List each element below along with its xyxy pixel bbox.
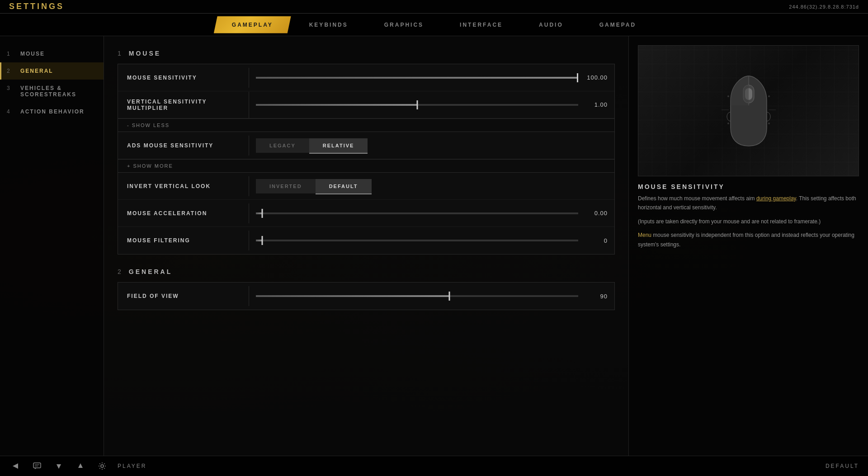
fov-row: Field of View 90 [118, 283, 614, 310]
slider-track [256, 77, 578, 79]
slider-handle [262, 236, 263, 245]
default-btn[interactable]: DEFAULT [316, 179, 372, 193]
slider-track [256, 295, 578, 297]
fov-label: Field of View [118, 286, 249, 306]
mouse-acceleration-value: 0.00 [583, 210, 608, 217]
bottom-bar: PLAYER DEFAULT [0, 456, 868, 476]
show-less-label: - Show Less [127, 123, 170, 128]
section-title-general: GENERAL [129, 268, 172, 275]
info-paragraph-1: Defines how much mouse movement affects … [638, 194, 859, 212]
sidebar-number-4: 4 [7, 108, 14, 115]
info-paragraph-3: Menu mouse sensitivity is independent fr… [638, 231, 859, 249]
nav-tabs: GAMEPLAY KEYBINDS GRAPHICS INTERFACE AUD… [0, 14, 868, 36]
vertical-sensitivity-value: 1.00 [583, 101, 608, 108]
sidebar-label-mouse: MOUSE [20, 51, 45, 57]
tab-graphics[interactable]: GRAPHICS [366, 16, 442, 33]
sidebar-label-action: ACTION BEHAVIOR [20, 108, 85, 115]
sidebar-number-2: 2 [7, 68, 14, 74]
ads-legacy-btn[interactable]: LEGACY [256, 138, 309, 153]
mouse-acceleration-control: 0.00 [249, 202, 614, 225]
general-settings-block: Field of View 90 [118, 282, 615, 310]
mouse-acceleration-slider[interactable] [256, 207, 578, 220]
tab-gameplay[interactable]: GAMEPLAY [214, 16, 291, 33]
ads-sensitivity-row: ADS Mouse Sensitivity LEGACY RELATIVE [118, 132, 614, 159]
vertical-sensitivity-row: Vertical Sensitivity Multiplier 1.00 [118, 91, 614, 118]
mouse-sensitivity-control: 100.00 [249, 66, 614, 89]
mouse-acceleration-row: Mouse Acceleration 0.00 [118, 200, 614, 227]
gear-icon[interactable] [96, 460, 108, 472]
mouse-sensitivity-slider[interactable] [256, 71, 578, 85]
mouse-filtering-slider[interactable] [256, 234, 578, 247]
ads-sensitivity-label: ADS Mouse Sensitivity [118, 136, 249, 156]
show-more-row[interactable]: + Show More [118, 159, 614, 173]
slider-track [256, 212, 578, 214]
mouse-visual [638, 45, 859, 176]
invert-toggle-group: INVERTED DEFAULT [256, 179, 372, 193]
tab-keybinds[interactable]: KEYBINDS [291, 16, 366, 33]
tab-gamepad[interactable]: GAMEPAD [581, 16, 654, 33]
invert-vertical-row: Invert Vertical Look INVERTED DEFAULT [118, 173, 614, 200]
sidebar-item-general[interactable]: 2 GENERAL [0, 62, 104, 80]
app-title: SETTINGS [9, 2, 64, 11]
tab-audio[interactable]: AUDIO [521, 16, 581, 33]
ads-relative-btn[interactable]: RELATIVE [309, 138, 368, 153]
inverted-btn[interactable]: INVERTED [256, 179, 316, 193]
top-bar: SETTINGS 244.86(32).29.8.28.8:731d [0, 0, 868, 14]
svg-point-6 [768, 95, 770, 97]
slider-handle [262, 209, 263, 218]
right-panel: MOUSE SENSITIVITY Defines how much mouse… [628, 36, 868, 456]
svg-marker-9 [13, 463, 18, 469]
section-header-general: 2 GENERAL [118, 264, 615, 280]
invert-vertical-control: INVERTED DEFAULT [249, 174, 614, 198]
sidebar-item-mouse[interactable]: 1 MOUSE [0, 45, 104, 62]
coordinates: 244.86(32).29.8.28.8:731d [789, 4, 859, 9]
slider-fill [256, 104, 417, 106]
show-less-row[interactable]: - Show Less [118, 118, 614, 132]
svg-marker-13 [57, 464, 61, 469]
player-label: PLAYER [118, 463, 146, 469]
tab-interface[interactable]: INTERFACE [442, 16, 521, 33]
show-more-label: + Show More [127, 163, 173, 169]
back-icon[interactable] [9, 460, 22, 472]
section-num-mouse: 1 [118, 50, 122, 57]
mouse-filtering-row: Mouse Filtering 0 [118, 227, 614, 254]
mouse-sensitivity-value: 100.00 [583, 74, 608, 81]
slider-handle [416, 100, 418, 109]
sidebar-label-general: GENERAL [20, 68, 53, 74]
svg-point-8 [768, 123, 770, 124]
sidebar-label-vehicles: VEHICLES & SCORESTREAKS [20, 85, 76, 98]
mouse-sensitivity-label: Mouse Sensitivity [118, 68, 249, 88]
fov-value: 90 [583, 293, 608, 300]
fov-slider[interactable] [256, 289, 578, 303]
chat-icon[interactable] [31, 460, 43, 472]
default-label: DEFAULT [826, 463, 859, 469]
slider-handle [577, 73, 578, 82]
svg-point-5 [727, 95, 729, 97]
mouse-filtering-control: 0 [249, 229, 614, 252]
main-layout: 1 MOUSE 2 GENERAL 3 VEHICLES & SCORESTRE… [0, 36, 868, 456]
slider-track [256, 104, 578, 106]
sidebar: 1 MOUSE 2 GENERAL 3 VEHICLES & SCORESTRE… [0, 36, 104, 456]
fov-control: 90 [249, 285, 614, 307]
highlight-menu: Menu [638, 232, 651, 238]
sidebar-number-1: 1 [7, 51, 14, 57]
sidebar-item-action[interactable]: 4 ACTION BEHAVIOR [0, 103, 104, 120]
slider-fill [256, 77, 578, 79]
svg-rect-10 [33, 463, 41, 468]
down-arrow-icon[interactable] [52, 460, 65, 472]
sidebar-item-vehicles[interactable]: 3 VEHICLES & SCORESTREAKS [0, 80, 104, 103]
ads-sensitivity-control: LEGACY RELATIVE [249, 134, 614, 157]
mouse-settings-block: Mouse Sensitivity 100.00 Vertical Sens [118, 64, 615, 254]
slider-handle [448, 292, 450, 301]
mouse-filtering-value: 0 [583, 237, 608, 244]
info-paragraph-2: (Inputs are taken directly from your mou… [638, 217, 859, 226]
svg-marker-14 [78, 463, 83, 468]
up-arrow-icon[interactable] [74, 460, 87, 472]
mouse-acceleration-label: Mouse Acceleration [118, 203, 249, 223]
settings-page: SETTINGS 244.86(32).29.8.28.8:731d GAMEP… [0, 0, 868, 476]
ads-toggle-group: LEGACY RELATIVE [256, 138, 368, 153]
mouse-svg [722, 69, 776, 152]
section-num-general: 2 [118, 268, 122, 275]
vertical-sensitivity-control: 1.00 [249, 94, 614, 116]
vertical-sensitivity-slider[interactable] [256, 98, 578, 112]
